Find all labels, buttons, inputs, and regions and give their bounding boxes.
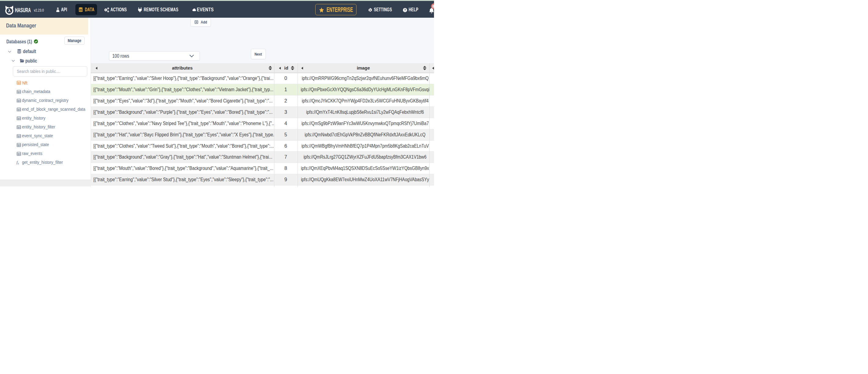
svg-text:λ: λ <box>8 8 11 13</box>
svg-text:?: ? <box>404 8 406 11</box>
svg-text:8: 8 <box>432 4 434 8</box>
